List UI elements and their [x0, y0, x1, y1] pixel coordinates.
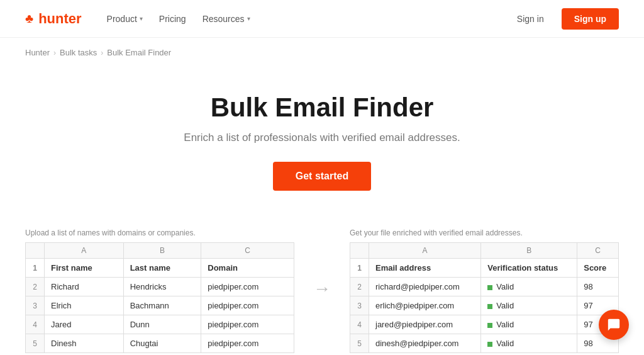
row-num: 5 — [350, 334, 369, 353]
valid-dot-icon — [487, 323, 492, 328]
cell-domain: piedpiper.com — [201, 278, 294, 296]
row-num: 4 — [26, 315, 45, 334]
row-num: 5 — [26, 334, 45, 353]
nav-pricing[interactable]: Pricing — [153, 10, 192, 28]
row-num: 2 — [350, 278, 369, 296]
row-num: 3 — [350, 296, 369, 315]
table-row: 4 Jared Dunn piedpiper.com — [26, 315, 294, 334]
chat-bubble-button[interactable] — [599, 310, 629, 340]
breadcrumb-sep: › — [101, 48, 103, 57]
cell-lastname: Hendricks — [123, 278, 201, 296]
table-row: 3 erlich@piedpiper.com Valid 97 — [350, 296, 619, 315]
cell-lastname: Bachmann — [123, 296, 201, 315]
cell-firstname-header: First name — [45, 259, 124, 278]
col-header-a: A — [45, 243, 124, 259]
table-row: 2 Richard Hendricks piedpiper.com — [26, 278, 294, 296]
chevron-down-icon: ▾ — [140, 15, 143, 22]
cell-domain: piedpiper.com — [201, 315, 294, 334]
nav-resources[interactable]: Resources ▾ — [196, 10, 257, 28]
table-row: 2 richard@piedpiper.com Valid 98 — [350, 278, 619, 296]
table-row: 1 Email address Verification status Scor… — [350, 259, 619, 278]
cell-email-header: Email address — [369, 259, 481, 278]
cell-domain-header: Domain — [201, 259, 294, 278]
table-row: 5 Dinesh Chugtai piedpiper.com — [26, 334, 294, 353]
navbar: ♣ hunter Product ▾ Pricing Resources ▾ S… — [0, 0, 644, 38]
logo[interactable]: ♣ hunter — [25, 11, 82, 27]
cell-email: jared@piedpiper.com — [369, 315, 481, 334]
cell-firstname: Elrich — [45, 296, 124, 315]
cell-domain: piedpiper.com — [201, 296, 294, 315]
left-table-label: Upload a list of names with domains or c… — [25, 228, 294, 237]
hero-section: Bulk Email Finder Enrich a list of profe… — [0, 67, 644, 210]
cell-email: dinesh@piedpiper.com — [369, 334, 481, 353]
signup-button[interactable]: Sign up — [562, 8, 619, 30]
table-row: 4 jared@piedpiper.com Valid 97 — [350, 315, 619, 334]
cell-lastname: Dunn — [123, 315, 201, 334]
valid-dot-icon — [487, 285, 492, 290]
chevron-down-icon: ▾ — [247, 15, 250, 22]
cell-firstname: Dinesh — [45, 334, 124, 353]
cell-status: Valid — [481, 315, 577, 334]
arrow-divider: → — [313, 228, 331, 299]
cell-firstname: Jared — [45, 315, 124, 334]
left-table-wrapper: Upload a list of names with domains or c… — [25, 228, 294, 353]
row-num: 4 — [350, 315, 369, 334]
nav-product-label: Product — [107, 14, 137, 24]
hero-subtitle: Enrich a list of professionals with veri… — [13, 132, 631, 144]
row-num: 1 — [26, 259, 45, 278]
cell-firstname: Richard — [45, 278, 124, 296]
cell-status-header: Verification status — [481, 259, 577, 278]
right-table-wrapper: Get your file enriched with verified ema… — [350, 228, 619, 353]
breadcrumb-bulk-tasks[interactable]: Bulk tasks — [60, 48, 97, 57]
nav-links: Product ▾ Pricing Resources ▾ — [101, 10, 257, 28]
breadcrumb-bulk-email-finder[interactable]: Bulk Email Finder — [107, 48, 171, 57]
col-header-empty — [26, 243, 45, 259]
table-row: 3 Elrich Bachmann piedpiper.com — [26, 296, 294, 315]
cell-status: Valid — [481, 278, 577, 296]
nav-right: Sign in Sign up — [509, 8, 619, 30]
cell-lastname-header: Last name — [123, 259, 201, 278]
valid-dot-icon — [487, 304, 492, 309]
logo-text: hunter — [38, 11, 81, 27]
cell-status: Valid — [481, 334, 577, 353]
col-header-b: B — [481, 243, 577, 259]
logo-leaf-icon: ♣ — [25, 11, 33, 26]
nav-left: ♣ hunter Product ▾ Pricing Resources ▾ — [25, 10, 257, 28]
col-header-b: B — [123, 243, 201, 259]
breadcrumb: Hunter › Bulk tasks › Bulk Email Finder — [0, 38, 644, 67]
valid-dot-icon — [487, 342, 492, 347]
table-row: 1 First name Last name Domain — [26, 259, 294, 278]
left-table: A B C 1 First name Last name Domain 2 Ri… — [25, 242, 294, 353]
arrow-right-icon: → — [313, 279, 331, 299]
breadcrumb-hunter[interactable]: Hunter — [25, 48, 50, 57]
cell-status: Valid — [481, 296, 577, 315]
cell-domain: piedpiper.com — [201, 334, 294, 353]
table-row: 5 dinesh@piedpiper.com Valid 98 — [350, 334, 619, 353]
row-num: 3 — [26, 296, 45, 315]
right-table-label: Get your file enriched with verified ema… — [350, 228, 619, 237]
signin-button[interactable]: Sign in — [509, 10, 552, 28]
tables-section: Upload a list of names with domains or c… — [0, 210, 644, 355]
col-header-a: A — [369, 243, 481, 259]
nav-pricing-label: Pricing — [159, 14, 186, 24]
right-table: A B C 1 Email address Verification statu… — [350, 242, 619, 353]
col-header-c: C — [201, 243, 294, 259]
breadcrumb-sep: › — [53, 48, 56, 57]
cell-score: 98 — [577, 278, 619, 296]
cell-score-header: Score — [577, 259, 619, 278]
row-num: 2 — [26, 278, 45, 296]
cell-email: erlich@piedpiper.com — [369, 296, 481, 315]
cell-lastname: Chugtai — [123, 334, 201, 353]
nav-resources-label: Resources — [203, 14, 245, 24]
cell-email: richard@piedpiper.com — [369, 278, 481, 296]
page-title: Bulk Email Finder — [13, 93, 631, 123]
nav-product[interactable]: Product ▾ — [101, 10, 149, 28]
row-num: 1 — [350, 259, 369, 278]
col-header-c: C — [577, 243, 619, 259]
col-header-empty — [350, 243, 369, 259]
get-started-button[interactable]: Get started — [273, 162, 371, 191]
chat-icon — [607, 318, 621, 332]
